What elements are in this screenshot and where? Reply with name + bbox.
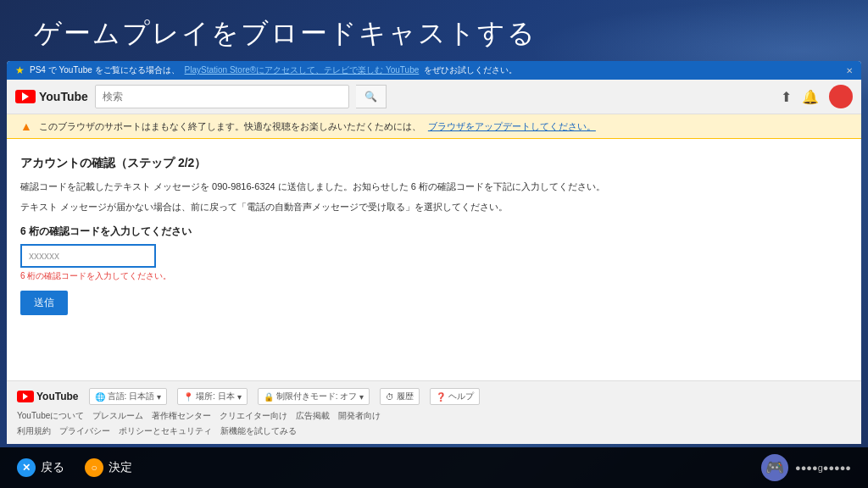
input-label: 6 桁の確認コードを入力してください <box>20 225 848 239</box>
browser-toolbar: YouTube 🔍 ⬆ 🔔 <box>7 80 861 114</box>
toolbar-right: ⬆ 🔔 <box>781 85 853 108</box>
help-button[interactable]: ❓ ヘルプ <box>430 388 480 405</box>
main-content: アカウントの確認（ステップ 2/2） 確認コードを記載したテキスト メッセージを… <box>7 139 861 380</box>
ps4-user: 🎮 ●●●●g●●●●● <box>761 454 851 481</box>
submit-button[interactable]: 送信 <box>20 291 68 315</box>
location-label: 場所: 日本 <box>196 391 235 402</box>
footer-link-new[interactable]: 新機能を試してみる <box>220 425 297 437</box>
verify-desc2: テキスト メッセージが届かない場合は、前に戻って「電話の自動音声メッセージで受け… <box>20 200 848 215</box>
footer-link-copyright[interactable]: 著作権センター <box>152 410 211 422</box>
footer-links-row2: 利用規約 プライバシー ポリシーとセキュリティ 新機能を試してみる <box>17 425 851 437</box>
lang-label: 言語: 日本語 <box>108 391 155 402</box>
footer-play-icon <box>17 391 34 402</box>
restricted-mode[interactable]: 🔒 制限付きモード: オフ ▾ <box>258 388 370 405</box>
footer-link-press[interactable]: プレスルーム <box>92 410 143 422</box>
avatar[interactable] <box>829 85 853 108</box>
bell-icon[interactable]: 🔔 <box>802 89 819 105</box>
back-label: 戻る <box>41 460 64 475</box>
browser-footer: YouTube 🌐 言語: 日本語 ▾ 📍 場所: 日本 ▾ 🔒 制限付きモード… <box>7 380 861 444</box>
language-selector[interactable]: 🌐 言語: 日本語 ▾ <box>89 388 168 405</box>
footer-link-dev[interactable]: 開発者向け <box>338 410 381 422</box>
upload-icon[interactable]: ⬆ <box>781 89 792 105</box>
close-icon[interactable]: ✕ <box>846 66 853 75</box>
footer-link-policy[interactable]: ポリシーとセキュリティ <box>119 425 212 437</box>
youtube-play-icon <box>15 90 36 103</box>
cross-icon: ✕ <box>17 458 36 477</box>
notif-link[interactable]: PlayStation Store®にアクセスして、テレビで楽しむ YouTub… <box>185 64 420 76</box>
footer-top: YouTube 🌐 言語: 日本語 ▾ 📍 場所: 日本 ▾ 🔒 制限付きモード… <box>17 388 851 405</box>
youtube-logo-text: YouTube <box>39 90 88 103</box>
help-label: ヘルプ <box>448 391 474 402</box>
ps4-bar: ✕ 戻る ○ 決定 🎮 ●●●●g●●●●● <box>0 447 868 488</box>
restricted-label: 制限付きモード: オフ <box>276 391 358 402</box>
warning-icon: ▲ <box>20 119 32 133</box>
update-browser-link[interactable]: ブラウザをアップデートしてください。 <box>428 120 596 133</box>
footer-links-row1: YouTubeについて プレスルーム 著作権センター クリエイター向け 広告掲載… <box>17 410 851 422</box>
footer-yt-text: YouTube <box>36 391 79 402</box>
search-input[interactable] <box>95 85 349 108</box>
page-title: ゲームプレイをブロードキャストする <box>34 15 537 53</box>
footer-link-privacy[interactable]: プライバシー <box>59 425 110 437</box>
notif-text-before: PS4 で YouTube をご覧になる場合は、 <box>30 64 180 76</box>
warning-banner: ▲ このブラウザのサポートはまもなく終了します。快適な視聴をお楽しみいただくため… <box>7 114 861 139</box>
verify-title: アカウントの確認（ステップ 2/2） <box>20 156 848 171</box>
ps4-avatar: 🎮 <box>761 454 788 481</box>
back-button[interactable]: ✕ 戻る <box>17 458 64 477</box>
notif-text-after: をぜひお試しください。 <box>424 64 517 76</box>
confirm-button[interactable]: ○ 決定 <box>85 458 132 477</box>
circle-icon: ○ <box>85 458 103 477</box>
input-error: 6 桁の確認コードを入力してください。 <box>20 270 848 282</box>
warning-text-before: このブラウザのサポートはまもなく終了します。快適な視聴をお楽しみいただくためには… <box>39 120 421 133</box>
code-input[interactable] <box>20 244 156 268</box>
youtube-logo: YouTube <box>15 90 88 103</box>
star-icon: ★ <box>15 64 25 76</box>
footer-link-about[interactable]: YouTubeについて <box>17 410 84 422</box>
confirm-label: 決定 <box>108 460 132 475</box>
history-label: 履歴 <box>397 391 414 402</box>
notification-bar: ★ PS4 で YouTube をご覧になる場合は、 PlayStation S… <box>7 61 861 80</box>
ps4-username: ●●●●g●●●●● <box>795 463 851 473</box>
footer-youtube-logo: YouTube <box>17 391 79 402</box>
history-button[interactable]: ⏱ 履歴 <box>380 388 420 405</box>
location-selector[interactable]: 📍 場所: 日本 ▾ <box>177 388 248 405</box>
verify-desc1: 確認コードを記載したテキスト メッセージを 090-9816-6324 に送信し… <box>20 180 848 195</box>
footer-link-creator[interactable]: クリエイター向け <box>220 410 287 422</box>
browser-window: ★ PS4 で YouTube をご覧になる場合は、 PlayStation S… <box>7 61 861 444</box>
footer-link-terms[interactable]: 利用規約 <box>17 425 51 437</box>
footer-link-ads[interactable]: 広告掲載 <box>296 410 330 422</box>
search-button[interactable]: 🔍 <box>356 85 387 108</box>
